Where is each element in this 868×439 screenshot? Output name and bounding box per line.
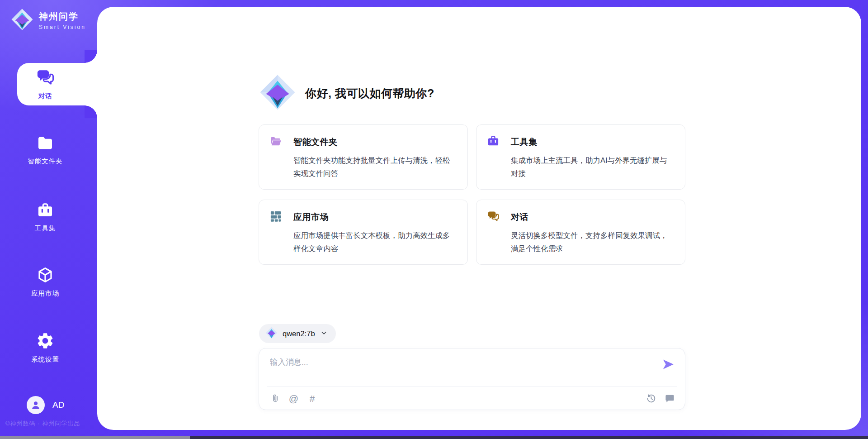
hash-icon[interactable]: # [307,393,317,404]
app-window: 神州问学 Smart Vision 对话 智能 [0,0,868,439]
tab-fillet-top [85,50,97,63]
message-composer: @ # [259,348,685,410]
composer-divider [267,386,677,387]
model-logo-icon [265,327,278,341]
history-icon[interactable] [646,393,656,404]
paperclip-icon[interactable] [270,393,280,404]
sidebar-item-toolset[interactable]: 工具集 [0,202,90,233]
card-app-market[interactable]: 应用市场 应用市场提供丰富长文本模板，助力高效生成多样化文章内容 [259,200,468,265]
copyright-text: ©神州数码 · 神州问学出品 [5,420,96,428]
card-description: 集成市场上主流工具，助力AI与外界无缝扩展与对接 [511,154,674,180]
grid-icon [269,210,282,224]
chevron-down-icon [320,329,328,339]
greeting-title: 你好, 我可以如何帮助你? [305,86,434,101]
card-description: 灵活切换多模型文件，支持多样回复效果调试，满足个性化需求 [511,229,674,255]
card-title: 应用市场 [293,211,329,223]
user-profile[interactable]: AD [27,396,64,414]
brand-logo: 神州问学 Smart Vision [11,8,86,33]
brand-text: 神州问学 Smart Vision [39,10,86,30]
sidebar-item-label: 对话 [38,92,52,100]
model-name: qwen2:7b [283,329,315,338]
briefcase-icon [37,202,54,221]
cube-icon [36,266,54,286]
sidebar-item-app-market[interactable]: 应用市场 [0,266,90,298]
at-icon[interactable]: @ [288,393,299,404]
greeting-row: 你好, 我可以如何帮助你? [259,74,434,113]
card-title: 对话 [511,211,528,223]
chat-bubble-icon[interactable] [665,393,675,404]
brand-name: 神州问学 [39,10,86,23]
user-name: AD [52,400,64,410]
sidebar-item-settings[interactable]: 系统设置 [0,331,90,364]
user-avatar-icon [30,399,42,411]
send-icon[interactable] [661,358,675,371]
sidebar-item-label: 工具集 [35,224,56,233]
card-description: 智能文件夹功能支持批量文件上传与清洗，轻松实现文件问答 [293,154,457,180]
greeting-diamond-icon [259,74,296,113]
tab-fillet-bottom [85,105,97,118]
card-title: 智能文件夹 [293,136,338,148]
message-input[interactable] [270,357,654,383]
composer-toolbar: @ # [270,391,675,406]
main-panel: 你好, 我可以如何帮助你? 智能文件夹 智能文件夹功能支持批量文件上传与清洗，轻… [97,7,861,430]
card-smart-folder[interactable]: 智能文件夹 智能文件夹功能支持批量文件上传与清洗，轻松实现文件问答 [259,124,468,190]
brand-tagline: Smart Vision [39,24,86,30]
sidebar: 神州问学 Smart Vision 对话 智能 [0,0,97,439]
card-description: 应用市场提供丰富长文本模板，助力高效生成多样化文章内容 [293,229,457,255]
chat-icon [36,68,55,89]
sidebar-item-smart-folder[interactable]: 智能文件夹 [0,134,90,166]
avatar [27,396,45,414]
folder-open-icon [269,135,282,149]
sidebar-item-label: 智能文件夹 [28,157,63,166]
card-title: 工具集 [511,136,538,148]
gear-icon [36,331,55,352]
sidebar-item-label: 系统设置 [31,355,59,364]
folder-icon [36,134,54,154]
scrollbar-thumb[interactable] [0,436,190,439]
feature-cards: 智能文件夹 智能文件夹功能支持批量文件上传与清洗，轻松实现文件问答 工具集 [259,124,685,265]
sidebar-item-chat[interactable]: 对话 [0,68,90,100]
card-toolset[interactable]: 工具集 集成市场上主流工具，助力AI与外界无缝扩展与对接 [476,124,685,190]
brand-diamond-icon [11,8,33,33]
briefcase-icon [487,135,500,149]
chat-icon [487,210,500,224]
sidebar-item-label: 应用市场 [31,289,59,298]
card-chat[interactable]: 对话 灵活切换多模型文件，支持多样回复效果调试，满足个性化需求 [476,200,685,265]
horizontal-scrollbar[interactable] [0,436,868,439]
model-selector[interactable]: qwen2:7b [259,324,336,343]
